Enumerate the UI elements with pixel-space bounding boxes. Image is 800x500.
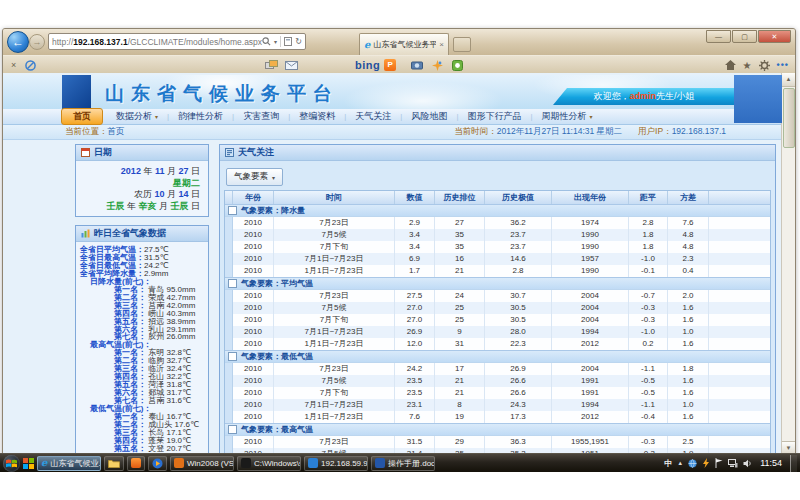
scrollbar-thumb[interactable]: [783, 88, 795, 148]
taskbar-window-button[interactable]: 192.168.59.99...: [304, 456, 368, 471]
cell: 23.5: [395, 387, 435, 399]
show-desktop-button[interactable]: [790, 455, 797, 472]
p-badge-icon[interactable]: P: [384, 59, 396, 71]
nav-item-整编资料[interactable]: 整编资料: [290, 110, 344, 123]
taskbar-media-app-button[interactable]: [127, 456, 145, 471]
mail-icon[interactable]: [285, 61, 298, 70]
cell: 24: [435, 290, 485, 302]
cell: 27.0: [395, 302, 435, 314]
table-row[interactable]: 20107月下旬3.43523.719901.84.8: [225, 241, 770, 253]
favorites-star-icon[interactable]: ★: [743, 60, 752, 71]
block-icon[interactable]: [25, 60, 36, 71]
start-button[interactable]: [3, 455, 20, 472]
search-dropdown-icon[interactable]: ▾: [274, 34, 277, 50]
cell: -1.0: [629, 253, 668, 265]
stop-icon[interactable]: ×: [305, 34, 306, 50]
taskbar-window-button[interactable]: 操作手册.docx ...: [371, 456, 435, 471]
table-row[interactable]: 20101月1日~7月23日12.03122.320120.21.6: [225, 338, 770, 350]
cell: 1月1日~7月23日: [274, 265, 395, 277]
back-button[interactable]: ←: [7, 31, 29, 53]
cell: 1月1日~7月23日: [274, 411, 395, 423]
group-row[interactable]: 气象要素：平均气温: [225, 277, 770, 290]
network-globe-icon[interactable]: [688, 459, 697, 468]
gear-icon[interactable]: [759, 60, 770, 71]
table-row[interactable]: 20107月5候27.02530.52004-0.31.6: [225, 302, 770, 314]
table-row[interactable]: 20107月23日31.52936.31955,1951-0.32.5: [225, 436, 770, 448]
cell: 25: [435, 302, 485, 314]
flash-icon[interactable]: [702, 458, 710, 468]
group-row[interactable]: 气象要素：最低气温: [225, 350, 770, 363]
element-filter-label: 气象要素: [234, 171, 268, 183]
camera-icon[interactable]: [411, 60, 423, 70]
table-row[interactable]: 20101月1日~7月23日1.7212.81990-0.10.4: [225, 265, 770, 277]
recycle-icon[interactable]: [452, 60, 463, 71]
table-row[interactable]: 20107月5候23.52126.61991-0.51.6: [225, 375, 770, 387]
taskbar-ie-window-button[interactable]: e 山东省气候业...: [37, 456, 101, 471]
row-indent: [225, 326, 233, 338]
refresh-icon[interactable]: ↻: [295, 34, 302, 50]
group-row[interactable]: 气象要素：降水量: [225, 204, 770, 217]
sparkle-icon[interactable]: [432, 60, 443, 71]
new-tab-button[interactable]: [453, 37, 471, 52]
nav-item-韵律性分析[interactable]: 韵律性分析: [169, 110, 232, 123]
more-options-icon[interactable]: •••: [777, 60, 789, 70]
forward-button[interactable]: →: [29, 34, 45, 50]
tab-close-icon[interactable]: ×: [439, 40, 444, 49]
nav-item-周期性分析[interactable]: 周期性分析▾: [533, 110, 602, 123]
group-checkbox[interactable]: [228, 206, 237, 215]
close-sidebar-icon[interactable]: ×: [11, 60, 16, 70]
group-checkbox[interactable]: [228, 352, 237, 361]
element-filter-button[interactable]: 气象要素 ▾: [226, 168, 283, 186]
nav-item-数据分析[interactable]: 数据分析▾: [107, 110, 167, 123]
scroll-up-icon[interactable]: ▲: [782, 73, 795, 87]
close-button[interactable]: ✕: [758, 30, 791, 43]
volume-icon[interactable]: [743, 459, 752, 468]
group-row[interactable]: 气象要素：最高气温: [225, 423, 770, 436]
table-row[interactable]: 20107月下旬27.02530.52004-0.31.6: [225, 314, 770, 326]
nav-item-天气关注[interactable]: 天气关注: [346, 110, 400, 123]
table-row[interactable]: 20107月1日~7月23日26.9928.01994-1.01.0: [225, 326, 770, 338]
compatibility-icon[interactable]: [284, 37, 292, 46]
bing-logo[interactable]: bing: [355, 59, 380, 71]
taskbar-explorer-button[interactable]: [104, 456, 124, 471]
flag-icon[interactable]: [715, 458, 723, 468]
language-indicator[interactable]: 中: [664, 458, 672, 469]
home-icon[interactable]: [725, 60, 736, 70]
nav-item-首页[interactable]: 首页: [61, 108, 103, 125]
network-icon[interactable]: [728, 459, 738, 468]
show-hidden-icons[interactable]: ▲: [677, 460, 683, 466]
table-row[interactable]: 20107月1日~7月23日23.1824.31994-1.11.0: [225, 399, 770, 411]
table-row[interactable]: 20107月5候3.43523.719901.84.8: [225, 229, 770, 241]
table-row[interactable]: 20107月下旬23.52126.61991-0.51.6: [225, 387, 770, 399]
taskbar-window-button[interactable]: Win2008 (VS2...: [170, 456, 234, 471]
nav-item-图形下行产品[interactable]: 图形下行产品: [458, 110, 530, 123]
time-value: 2012年11月27日 11:14:31 星期二: [497, 126, 622, 136]
weather-watch-header: 天气关注: [220, 145, 775, 161]
nav-item-灾害查询[interactable]: 灾害查询: [234, 110, 288, 123]
address-bar[interactable]: http://192.168.137.1/GLCCLIMATE/modules/…: [48, 33, 306, 50]
cards-icon[interactable]: [265, 60, 278, 71]
table-row[interactable]: 20107月23日27.52430.72004-0.72.0: [225, 290, 770, 302]
main-nav: 首页数据分析▾|韵律性分析|灾害查询|整编资料|天气关注|风险地图|图形下行产品…: [3, 109, 782, 125]
maximize-button[interactable]: ▢: [732, 30, 757, 43]
group-checkbox[interactable]: [228, 425, 237, 434]
row-filler: [709, 217, 770, 229]
taskbar-window-button[interactable]: C:\Windows\s...: [237, 456, 301, 471]
pinned-app-icon[interactable]: [23, 458, 34, 469]
search-icon[interactable]: [262, 37, 271, 46]
table-row[interactable]: 20107月23日24.21726.92004-1.11.8: [225, 363, 770, 375]
calendar-icon: [81, 148, 90, 157]
table-row[interactable]: 20101月1日~7月23日7.61917.32012-0.41.6: [225, 411, 770, 423]
taskbar-player-button[interactable]: [148, 456, 167, 471]
nav-item-风险地图[interactable]: 风险地图: [402, 110, 456, 123]
cell: 29: [435, 436, 485, 448]
vertical-scrollbar[interactable]: ▲ ▼: [781, 73, 795, 455]
table-row[interactable]: 20107月23日2.92736.219742.87.6: [225, 217, 770, 229]
group-checkbox[interactable]: [228, 279, 237, 288]
minimize-button[interactable]: —: [706, 30, 731, 43]
taskbar-clock[interactable]: 11:54: [757, 458, 785, 468]
cell: 1991: [552, 387, 629, 399]
url-host: 192.168.137.1: [73, 34, 127, 50]
table-row[interactable]: 20107月1日~7月23日6.91614.61957-1.02.3: [225, 253, 770, 265]
browser-tab[interactable]: e 山东省气候业务平... ×: [359, 33, 449, 55]
